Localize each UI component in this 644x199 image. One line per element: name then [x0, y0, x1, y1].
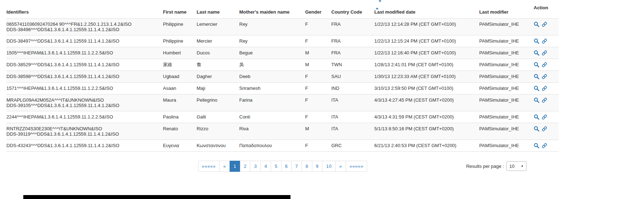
last-modified-date-cell: 6/21/13 2:40:53 PM (CEST GMT+0200) [371, 140, 476, 152]
country-code-cell: ITA [328, 123, 371, 140]
action-cell [531, 140, 559, 152]
view-patient-button[interactable] [534, 38, 539, 44]
identifier-value: DDS-39119^^^DDS&1.3.6.1.4.1.12559.11.1.4… [6, 131, 157, 137]
sort-toggle-icon[interactable] [376, 2, 379, 8]
pagination-first-button[interactable]: ««««« [198, 161, 220, 172]
column-header-label: Mother's maiden name [239, 9, 289, 15]
pagination-page-1-button[interactable]: 1 [230, 161, 240, 172]
first-name-cell: Ugbaad [160, 71, 194, 83]
gender-cell: M [302, 47, 328, 59]
pagination-page-2-button[interactable]: 2 [240, 161, 251, 172]
identifier-value: DDS-38598^^^DDS&1.3.6.1.4.1.12559.11.1.4… [6, 74, 157, 79]
first-name-cell: 家維 [160, 59, 194, 71]
link-patient-button[interactable] [542, 143, 547, 149]
link-patient-button[interactable] [542, 74, 547, 79]
action-cell [531, 47, 559, 59]
link-icon [542, 38, 547, 44]
mothers-maiden-name-cell: 吳 [236, 59, 302, 71]
link-patient-button[interactable] [542, 86, 547, 91]
identifier-value: DDS-38529^^^DDS&1.3.6.1.4.1.12559.11.1.4… [6, 62, 157, 67]
view-patient-button[interactable] [534, 126, 539, 132]
last-modifier-cell: PAMSimulator_IHE [476, 111, 531, 123]
mothers-maiden-name-cell: Παπαδοπουλου [236, 140, 302, 152]
country-code-cell: ITA [328, 111, 371, 123]
pagination-last-button[interactable]: »»»»» [346, 161, 367, 172]
action-buttons [534, 74, 556, 79]
identifiers-cell: 1571^^^IHEPAM&1.3.6.1.4.1.12559.11.1.2.2… [6, 83, 160, 94]
view-patient-button[interactable] [534, 21, 539, 27]
table-footer-band: ««««««12345678910»»»»»» Results per page… [6, 160, 559, 172]
country-code-cell: TWN [328, 59, 371, 71]
identifier-value: DDS-39105^^^DDS&1.3.6.1.4.1.12559.11.1.4… [6, 103, 157, 108]
pagination-next-button[interactable]: » [335, 161, 346, 172]
pagination-page-7-button[interactable]: 7 [291, 161, 302, 172]
pagination-page-5-button[interactable]: 5 [271, 161, 282, 172]
link-patient-button[interactable] [542, 126, 547, 132]
link-patient-button[interactable] [542, 114, 547, 120]
view-patient-button[interactable] [534, 97, 539, 103]
mothers-maiden-name-cell: Deeb [236, 71, 302, 83]
gender-cell: M [302, 59, 328, 71]
view-patient-button[interactable] [534, 50, 539, 56]
table-row: 06557411036092470264 90^^^FR&1.2.250.1.2… [6, 19, 559, 35]
column-header-gender: Gender [302, 0, 328, 19]
link-patient-button[interactable] [542, 38, 547, 44]
table-row: 1505^^^IHEPAM&1.3.6.1.4.1.12559.11.1.2.2… [6, 47, 559, 59]
last-name-cell: Mercier [194, 35, 236, 47]
view-patient-button[interactable] [534, 74, 539, 79]
mothers-maiden-name-cell: Rey [236, 35, 302, 47]
view-patient-button[interactable] [534, 86, 539, 91]
identifiers-cell: 1505^^^IHEPAM&1.3.6.1.4.1.12559.11.1.2.2… [6, 47, 160, 59]
last-name-cell: Rizzo [194, 123, 236, 140]
results-per-page-select[interactable]: 10 ▼ [506, 161, 527, 171]
column-header-label: Last name [197, 9, 220, 15]
identifier-value: 1571^^^IHEPAM&1.3.6.1.4.1.12559.11.1.2.2… [6, 86, 157, 91]
results-per-page-value: 10 [509, 164, 514, 169]
gender-cell: F [302, 111, 328, 123]
link-patient-button[interactable] [542, 97, 547, 103]
table-row: DDS-38529^^^DDS&1.3.6.1.4.1.12559.11.1.4… [6, 59, 559, 71]
link-icon [542, 50, 547, 56]
column-header-country-code: Country Code [328, 0, 371, 19]
table-row: 1571^^^IHEPAM&1.3.6.1.4.1.12559.11.1.2.2… [6, 83, 559, 94]
magnifier-icon [534, 38, 539, 44]
first-name-cell: Paolina [160, 111, 194, 123]
link-icon [542, 74, 547, 79]
column-header-label: Action [534, 5, 548, 10]
last-modifier-cell: PAMSimulator_IHE [476, 94, 531, 111]
view-patient-button[interactable] [534, 62, 539, 68]
pagination-page-10-button[interactable]: 10 [322, 161, 336, 172]
link-patient-button[interactable] [542, 50, 547, 56]
pagination-prev-button[interactable]: « [219, 161, 230, 172]
sort-ascending-icon [376, 2, 379, 9]
mothers-maiden-name-cell: Conti [236, 111, 302, 123]
last-modified-date-cell: 1/22/13 12:14:28 PM (CET GMT+0100) [371, 19, 476, 35]
pagination-page-4-button[interactable]: 4 [260, 161, 271, 172]
pagination-page-3-button[interactable]: 3 [250, 161, 261, 172]
action-cell [531, 59, 559, 71]
action-buttons [534, 114, 556, 120]
identifier-value: MRAPLG09A42M052A^^^IT&UNKNOWN&ISO [6, 97, 157, 103]
pagination-page-8-button[interactable]: 8 [302, 161, 312, 172]
country-code-cell: FRA [328, 47, 371, 59]
first-name-cell: Maura [160, 94, 194, 111]
mothers-maiden-name-cell: Rey [236, 19, 302, 35]
column-header-last-modified-date: Last modified date [371, 0, 476, 19]
country-code-cell: FRA [328, 19, 371, 35]
pagination-page-9-button[interactable]: 9 [312, 161, 323, 172]
link-icon [542, 97, 547, 103]
table-row: DDS-38598^^^DDS&1.3.6.1.4.1.12559.11.1.4… [6, 71, 559, 83]
view-patient-button[interactable] [534, 114, 539, 120]
identifiers-cell: 2244^^^IHEPAM&1.3.6.1.4.1.12559.11.1.2.2… [6, 111, 160, 123]
link-patient-button[interactable] [542, 62, 547, 68]
identifiers-cell: DDS-43243^^^DDS&1.3.6.1.4.1.12559.11.1.4… [6, 140, 160, 152]
first-name-cell: Philippine [160, 19, 194, 35]
link-patient-button[interactable] [542, 21, 547, 27]
column-header-last-modifier: Last modifier [476, 0, 531, 19]
gender-cell: F [302, 71, 328, 83]
pagination-page-6-button[interactable]: 6 [281, 161, 292, 172]
column-header-label: Identifiers [6, 9, 29, 15]
sort-descending-icon [379, 0, 381, 8]
view-patient-button[interactable] [534, 143, 539, 149]
mothers-maiden-name-cell: Farina [236, 94, 302, 111]
